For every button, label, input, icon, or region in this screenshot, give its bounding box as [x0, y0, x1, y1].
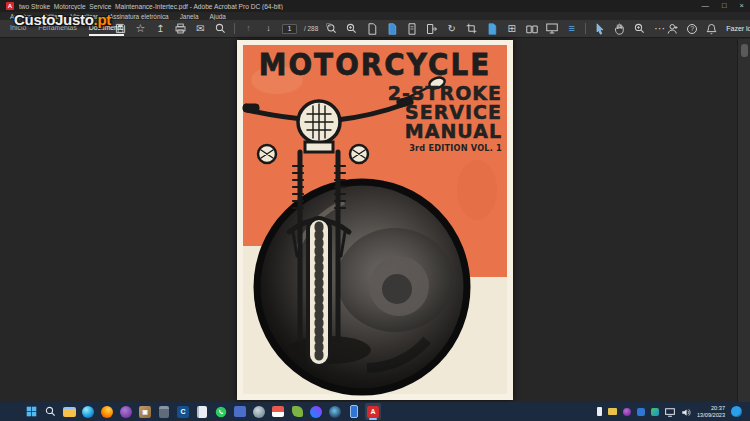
previous-page-icon[interactable]: ↑ [242, 22, 255, 35]
app-c-icon[interactable]: C [175, 403, 191, 420]
taskbar-apps: ▣ C A [23, 403, 381, 420]
notification-badge-icon[interactable] [731, 406, 742, 417]
cover-edition: 3rd EDITION VOL. 1 [372, 143, 502, 153]
tray-monitor-icon[interactable] [665, 403, 675, 421]
mail-icon[interactable] [270, 403, 286, 420]
screen: A two Stroke_Motorcycle_Service_Maintena… [0, 0, 750, 421]
toolbar-separator [585, 23, 586, 34]
email-icon[interactable]: ✉ [194, 22, 207, 35]
watermark-brand: CustoJusto [14, 11, 94, 28]
marquee-zoom-icon[interactable] [633, 22, 646, 35]
clock-date: 13/09/2023 [697, 412, 725, 419]
menu-janela[interactable]: Janela [180, 13, 199, 20]
tray-usb-icon[interactable] [597, 407, 602, 416]
share-upload-icon[interactable]: ↥ [154, 22, 167, 35]
page-number-input[interactable] [282, 24, 297, 34]
monitor-icon[interactable] [545, 22, 558, 35]
file-explorer-icon[interactable] [61, 403, 77, 420]
toolbar-right: ? Fazer logon [666, 22, 750, 35]
pdf-page[interactable]: MOTORCYCLE 2-STROKE SERVICE MANUAL 3rd E… [237, 40, 513, 400]
menu-bar: Arquivo Editar Visualizar Assinatura ele… [0, 12, 750, 20]
browser-globe-icon[interactable] [251, 403, 267, 420]
taskbar: ▣ C A [0, 402, 750, 421]
office-loop-icon[interactable] [118, 403, 134, 420]
taskbar-search-icon[interactable] [42, 403, 58, 420]
document-icon[interactable] [405, 22, 418, 35]
single-page-icon[interactable] [365, 22, 378, 35]
acrobat-app-icon: A [6, 2, 14, 10]
cover-title: MOTORCYCLE [239, 47, 511, 82]
acrobat-taskbar-icon[interactable]: A [365, 403, 381, 420]
reading-lines-icon[interactable]: ≡ [565, 22, 578, 35]
photos-icon[interactable]: ▣ [137, 403, 153, 420]
firefox-icon[interactable] [99, 403, 115, 420]
earth-icon[interactable] [327, 403, 343, 420]
zoom-in-icon[interactable] [345, 22, 358, 35]
document-pane[interactable]: MOTORCYCLE 2-STROKE SERVICE MANUAL 3rd E… [0, 39, 750, 402]
toolbar-ribbon: Início Ferramentas Documento ☆ ↥ ✉ ↑ ↓ /… [0, 20, 750, 38]
tray-mail-icon[interactable] [608, 408, 617, 415]
grid-view-icon[interactable]: ⊞ [505, 22, 518, 35]
crop-icon[interactable] [465, 22, 478, 35]
book-spread-icon[interactable] [525, 22, 538, 35]
login-button[interactable]: Fazer logon [726, 25, 750, 32]
minimize-button[interactable]: — [702, 0, 710, 12]
start-button[interactable] [23, 403, 39, 420]
hand-tool-icon[interactable] [613, 22, 626, 35]
edge-icon[interactable] [80, 403, 96, 420]
account-person-icon[interactable] [666, 22, 679, 35]
maximize-button[interactable]: □ [722, 0, 727, 12]
window-title: two Stroke_Motorcycle_Service_Maintenanc… [19, 3, 283, 10]
page-view-selected-icon[interactable] [385, 22, 398, 35]
taskbar-clock[interactable]: 20:37 13/09/2023 [697, 405, 725, 418]
custojusto-watermark: CustoJusto.pt [14, 11, 111, 28]
help-icon[interactable]: ? [687, 24, 697, 34]
cover-subtitle-block: 2-STROKE SERVICE MANUAL 3rd EDITION VOL.… [372, 84, 502, 153]
phone-link-icon[interactable] [346, 403, 362, 420]
notes-icon[interactable] [194, 403, 210, 420]
system-tray: 20:37 13/09/2023 [597, 403, 745, 421]
teams-icon[interactable] [232, 403, 248, 420]
menu-assinatura[interactable]: Assinatura eletrónica [109, 13, 169, 20]
page-total-label: / 288 [304, 25, 318, 32]
toolbar-separator [234, 23, 235, 34]
new-page-blue-icon[interactable] [485, 22, 498, 35]
find-icon[interactable] [325, 22, 338, 35]
title-bar: A two Stroke_Motorcycle_Service_Maintena… [0, 0, 750, 12]
evernote-icon[interactable] [289, 403, 305, 420]
tray-app-purple-icon[interactable] [623, 408, 631, 416]
whatsapp-icon[interactable] [213, 403, 229, 420]
notifications-bell-icon[interactable] [705, 22, 718, 35]
menu-ajuda[interactable]: Ajuda [210, 13, 226, 20]
select-cursor-icon[interactable] [593, 22, 606, 35]
next-page-icon[interactable]: ↓ [262, 22, 275, 35]
print-icon[interactable] [174, 22, 187, 35]
scrollbar-thumb[interactable] [741, 44, 748, 57]
rotate-icon[interactable]: ↻ [445, 22, 458, 35]
watermark-tld: .pt [94, 11, 111, 28]
tray-security-icon[interactable] [651, 408, 659, 416]
favorite-star-icon[interactable]: ☆ [134, 22, 147, 35]
messenger-icon[interactable] [308, 403, 324, 420]
more-tools-icon[interactable]: ⋯ [653, 22, 666, 35]
tray-volume-icon[interactable] [681, 403, 691, 421]
export-document-icon[interactable] [425, 22, 438, 35]
tray-app-blue-icon[interactable] [637, 408, 645, 416]
search-icon[interactable] [214, 22, 227, 35]
close-button[interactable]: × [740, 0, 744, 12]
calculator-icon[interactable] [156, 403, 172, 420]
vertical-scrollbar[interactable] [737, 39, 750, 402]
toolbar: ☆ ↥ ✉ ↑ ↓ / 288 [114, 22, 666, 35]
cover-line-manual: MANUAL [372, 122, 502, 142]
